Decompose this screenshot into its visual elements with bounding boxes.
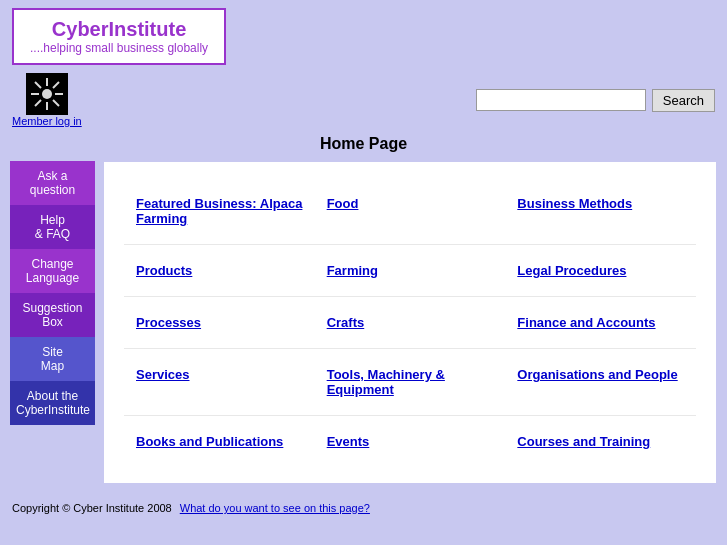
category-cell-legal-procedures: Legal Procedures xyxy=(505,245,696,297)
header-logo-area: CyberInstitute ....helping small busines… xyxy=(0,0,727,65)
category-link-courses-training[interactable]: Courses and Training xyxy=(517,434,684,449)
search-area: Search xyxy=(476,89,715,112)
category-grid: Featured Business: Alpaca Farming Food B… xyxy=(124,178,696,467)
sidebar-item-help-faq[interactable]: Help & FAQ xyxy=(10,205,95,249)
search-button[interactable]: Search xyxy=(652,89,715,112)
main-container: Ask a question Help & FAQ Change Languag… xyxy=(0,161,727,494)
logo-subtitle: ....helping small business globally xyxy=(30,41,208,55)
footer-link[interactable]: What do you want to see on this page? xyxy=(180,502,370,514)
category-cell-courses-training: Courses and Training xyxy=(505,416,696,467)
member-login-label[interactable]: Member log in xyxy=(12,115,82,127)
category-link-featured-business[interactable]: Featured Business: Alpaca Farming xyxy=(136,196,303,226)
category-link-books-publications[interactable]: Books and Publications xyxy=(136,434,303,449)
category-link-products[interactable]: Products xyxy=(136,263,303,278)
category-link-farming[interactable]: Farming xyxy=(327,263,494,278)
category-cell-crafts: Crafts xyxy=(315,297,506,349)
category-cell-featured-business: Featured Business: Alpaca Farming xyxy=(124,178,315,245)
category-link-food[interactable]: Food xyxy=(327,196,494,211)
svg-point-9 xyxy=(42,89,52,99)
category-link-processes[interactable]: Processes xyxy=(136,315,303,330)
category-cell-business-methods: Business Methods xyxy=(505,178,696,245)
category-link-crafts[interactable]: Crafts xyxy=(327,315,494,330)
category-link-business-methods[interactable]: Business Methods xyxy=(517,196,684,211)
category-cell-organisations-people: Organisations and People xyxy=(505,349,696,416)
content-area: Featured Business: Alpaca Farming Food B… xyxy=(103,161,717,484)
sidebar-item-site-map[interactable]: Site Map xyxy=(10,337,95,381)
category-cell-processes: Processes xyxy=(124,297,315,349)
page-title: Home Page xyxy=(0,131,727,161)
category-link-legal-procedures[interactable]: Legal Procedures xyxy=(517,263,684,278)
member-login[interactable]: Member log in xyxy=(12,73,82,127)
category-cell-products: Products xyxy=(124,245,315,297)
category-link-tools-machinery[interactable]: Tools, Machinery & Equipment xyxy=(327,367,494,397)
category-link-organisations-people[interactable]: Organisations and People xyxy=(517,367,684,382)
footer-copyright: Copyright © Cyber Institute 2008 xyxy=(12,502,172,514)
top-bar: Member log in Search xyxy=(0,65,727,131)
category-cell-services: Services xyxy=(124,349,315,416)
category-cell-books-publications: Books and Publications xyxy=(124,416,315,467)
sun-burst-icon xyxy=(29,76,65,112)
sidebar-item-change-language[interactable]: Change Language xyxy=(10,249,95,293)
footer: Copyright © Cyber Institute 2008 What do… xyxy=(0,494,727,522)
category-cell-finance-accounts: Finance and Accounts xyxy=(505,297,696,349)
category-link-events[interactable]: Events xyxy=(327,434,494,449)
category-cell-food: Food xyxy=(315,178,506,245)
category-cell-farming: Farming xyxy=(315,245,506,297)
category-link-finance-accounts[interactable]: Finance and Accounts xyxy=(517,315,684,330)
sidebar-item-suggestion-box[interactable]: Suggestion Box xyxy=(10,293,95,337)
sidebar-item-ask-question[interactable]: Ask a question xyxy=(10,161,95,205)
logo-box: CyberInstitute ....helping small busines… xyxy=(12,8,226,65)
category-cell-events: Events xyxy=(315,416,506,467)
search-input[interactable] xyxy=(476,89,646,111)
category-cell-tools-machinery: Tools, Machinery & Equipment xyxy=(315,349,506,416)
sidebar-item-about[interactable]: About the CyberInstitute xyxy=(10,381,95,425)
sidebar: Ask a question Help & FAQ Change Languag… xyxy=(10,161,95,484)
member-icon xyxy=(26,73,68,115)
logo-title: CyberInstitute xyxy=(30,18,208,41)
category-link-services[interactable]: Services xyxy=(136,367,303,382)
